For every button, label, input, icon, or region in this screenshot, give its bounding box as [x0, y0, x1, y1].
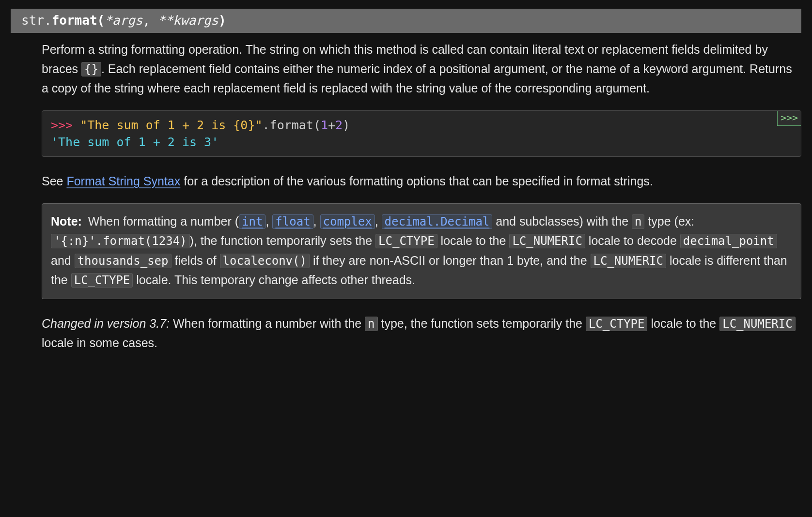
- sig-close-paren: ): [219, 13, 226, 28]
- lc-numeric-literal-2: LC_NUMERIC: [591, 254, 667, 268]
- float-link[interactable]: float: [272, 214, 313, 228]
- code-output: 'The sum of 1 + 2 is 3': [51, 135, 219, 149]
- int-literal: int: [239, 214, 265, 229]
- code-dot: .: [263, 118, 270, 132]
- see-paragraph: See Format String Syntax for a descripti…: [42, 171, 801, 191]
- changed-lc-numeric-literal: LC_NUMERIC: [719, 317, 796, 331]
- note-text-c: type (ex:: [644, 214, 694, 228]
- thousands-sep-literal: thousands_sep: [75, 254, 172, 268]
- changed-text-d: locale in some cases.: [42, 336, 157, 350]
- changed-n-literal: n: [365, 317, 377, 331]
- method-definition: str.format(*args, **kwargs) Perform a st…: [0, 9, 812, 352]
- sig-args: *args: [105, 13, 142, 28]
- changed-lc-ctype-literal: LC_CTYPE: [586, 317, 648, 331]
- code-func: format: [270, 118, 313, 132]
- n-type-literal: n: [632, 214, 644, 229]
- example-code-block: >>>>>> "The sum of 1 + 2 is {0}".format(…: [42, 110, 801, 157]
- note-sep1: ,: [265, 214, 272, 228]
- code-num2: 2: [335, 118, 343, 132]
- format-string-syntax-link[interactable]: Format String Syntax: [66, 174, 180, 188]
- sig-funcname: format: [52, 13, 97, 28]
- see-post: for a description of the various formatt…: [180, 174, 653, 188]
- decimal-point-literal: decimal_point: [680, 234, 777, 248]
- note-text-k: locale. This temporary change affects ot…: [133, 273, 415, 287]
- doc-page: str.format(*args, **kwargs) Perform a st…: [0, 9, 812, 517]
- version-changed: Changed in version 3.7: When formatting …: [42, 314, 801, 352]
- code-open: (: [313, 118, 321, 132]
- complex-literal: complex: [320, 214, 375, 229]
- note-text-h: fields of: [172, 254, 220, 267]
- changed-lead: Changed in version 3.7:: [42, 317, 173, 330]
- changed-text-b: type, the function sets temporarily the: [378, 317, 586, 330]
- changed-text-a: When formatting a number with the: [173, 317, 365, 330]
- description-text-b: . Each replacement field contains either…: [42, 62, 792, 95]
- note-text-f: locale to decode: [585, 234, 680, 247]
- note-text-a: When formatting a number (: [85, 214, 239, 228]
- sig-classname: str.: [21, 13, 52, 28]
- note-text-e: locale to the: [437, 234, 510, 247]
- code-close: ): [343, 118, 350, 132]
- note-text-g: and: [51, 254, 75, 267]
- changed-text-c: locale to the: [647, 317, 719, 330]
- code-prompt: >>>: [51, 118, 80, 132]
- decimal-literal: decimal.Decimal: [382, 214, 493, 229]
- code-num1: 1: [321, 118, 328, 132]
- description-paragraph: Perform a string formatting operation. T…: [42, 40, 801, 98]
- lc-ctype-literal-1: LC_CTYPE: [375, 234, 437, 248]
- method-body: Perform a string formatting operation. T…: [42, 33, 801, 352]
- toggle-prompts-button[interactable]: >>>: [777, 111, 801, 126]
- decimal-link[interactable]: decimal.Decimal: [382, 214, 493, 228]
- note-sep3: ,: [375, 214, 382, 228]
- note-text-b: and subclasses) with the: [492, 214, 632, 228]
- float-literal: float: [272, 214, 313, 229]
- lc-numeric-literal-1: LC_NUMERIC: [509, 234, 585, 248]
- sig-open-paren: (: [97, 13, 105, 28]
- sig-sep: ,: [142, 13, 157, 28]
- format-example-literal: '{:n}'.format(1234): [51, 234, 190, 248]
- sig-kwargs: **kwargs: [158, 13, 219, 28]
- note-text-i: if they are non-ASCII or longer than 1 b…: [310, 254, 591, 267]
- lc-ctype-literal-2: LC_CTYPE: [71, 273, 133, 288]
- localeconv-literal: localeconv(): [220, 254, 310, 268]
- code-string: "The sum of 1 + 2 is {0}": [80, 118, 262, 132]
- note-text-d: ), the function temporarily sets the: [190, 234, 376, 247]
- note-box: Note: When formatting a number (int, flo…: [42, 203, 801, 299]
- complex-link[interactable]: complex: [320, 214, 375, 228]
- braces-literal: {}: [81, 62, 101, 76]
- method-signature: str.format(*args, **kwargs): [11, 9, 801, 33]
- note-sep2: ,: [313, 214, 320, 228]
- note-label: Note:: [51, 214, 82, 228]
- code-op: +: [328, 118, 335, 132]
- int-link[interactable]: int: [239, 214, 265, 228]
- see-pre: See: [42, 174, 66, 188]
